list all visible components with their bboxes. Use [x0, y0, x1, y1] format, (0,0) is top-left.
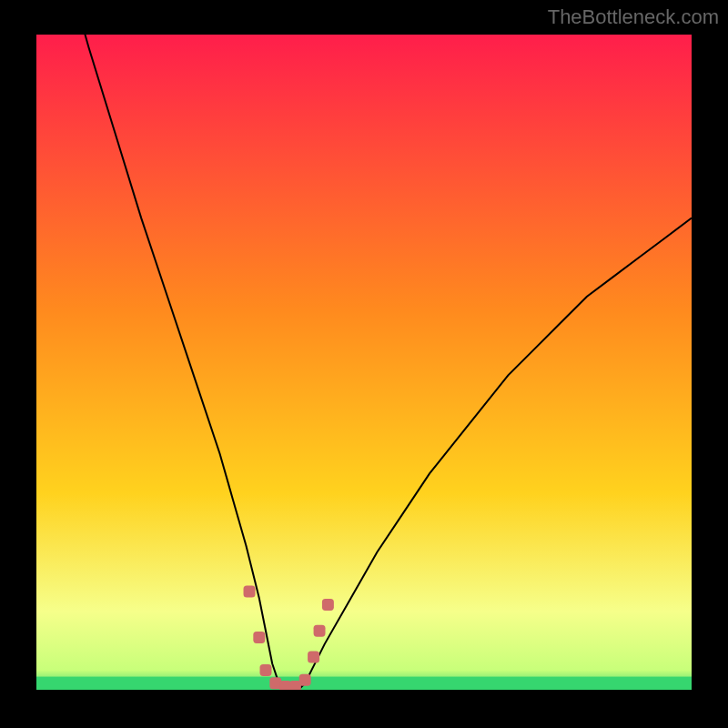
threshold-marker [322, 599, 334, 611]
threshold-marker [244, 586, 256, 598]
ground-band [36, 677, 692, 690]
chart-frame: TheBottleneck.com [0, 0, 728, 728]
threshold-marker [308, 652, 319, 663]
chart-svg [36, 35, 692, 690]
watermark-text: TheBottleneck.com [548, 5, 719, 29]
threshold-marker [299, 674, 311, 686]
gradient-background [36, 35, 692, 690]
threshold-marker [314, 625, 326, 637]
plot-area [36, 35, 692, 690]
threshold-marker [253, 632, 265, 643]
threshold-marker [260, 664, 272, 676]
